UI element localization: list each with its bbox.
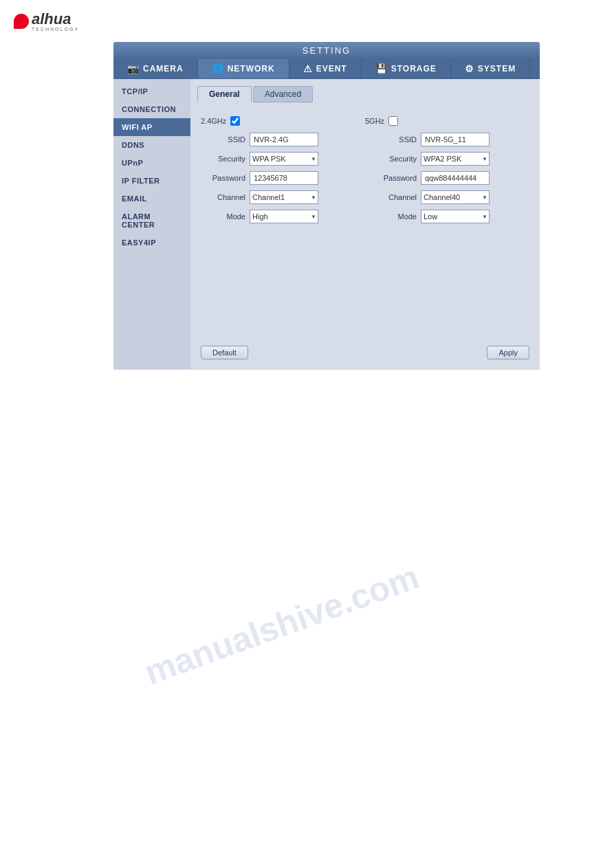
ssid-right-label: SSID <box>372 135 417 144</box>
main-container: SETTING 📷 CAMERA 🌐 NETWORK ⚠ EVENT 💾 STO… <box>113 42 540 370</box>
sidebar-item-ddns[interactable]: DDNS <box>113 136 190 154</box>
nav-event-label: EVENT <box>316 64 347 74</box>
sidebar-item-easy4ip[interactable]: EASY4IP <box>113 234 190 252</box>
band24-checkbox[interactable] <box>230 116 240 126</box>
event-icon: ⚠ <box>303 63 313 74</box>
nav-storage-label: STORAGE <box>391 64 437 74</box>
security-right-label: Security <box>372 155 417 163</box>
security-left-wrapper: WPA PSK WPA2 PSK None <box>250 152 318 166</box>
tab-general[interactable]: General <box>197 86 252 102</box>
band5-checkbox[interactable] <box>388 116 398 126</box>
band24-label: 2.4GHz <box>201 117 226 125</box>
channel-left-select[interactable]: Channel1 Channel2 Channel3 Channel4 Chan… <box>250 190 318 204</box>
sidebar-upnp-label: UPnP <box>122 159 143 167</box>
content-area: TCP/IP CONNECTION WIFI AP DDNS UPnP IP F… <box>113 79 540 370</box>
password-left-label: Password <box>201 174 245 182</box>
channel-right-wrapper: Channel36 Channel40 Channel44 Channel48 <box>421 190 490 204</box>
panel-body: General Advanced 2.4GHz <box>197 86 533 363</box>
mode-right-wrapper: High Medium Low <box>421 210 490 223</box>
top-nav: 📷 CAMERA 🌐 NETWORK ⚠ EVENT 💾 STORAGE ⚙ S… <box>113 59 540 79</box>
sidebar-item-wifiap[interactable]: WIFI AP <box>113 118 190 136</box>
ssid-left-label: SSID <box>201 135 245 144</box>
sidebar-easy4ip-label: EASY4IP <box>122 238 156 247</box>
logo-subtext: TECHNOLOGY <box>32 27 79 32</box>
form-area: 2.4GHz 5GHz SSID <box>197 109 533 236</box>
mode-right-select[interactable]: High Medium Low <box>421 210 490 223</box>
system-icon: ⚙ <box>465 63 474 74</box>
logo-area: alhua TECHNOLOGY <box>0 0 614 42</box>
nav-network[interactable]: 🌐 NETWORK <box>198 59 289 78</box>
watermark: manualshive.com <box>140 557 424 693</box>
sidebar-item-connection[interactable]: CONNECTION <box>113 100 190 118</box>
nav-network-label: NETWORK <box>228 64 275 74</box>
mode-left-wrapper: High Medium Low <box>250 210 318 223</box>
password-row: Password Password <box>201 171 529 185</box>
sidebar-item-email[interactable]: EMAIL <box>113 190 190 208</box>
channel-right-select[interactable]: Channel36 Channel40 Channel44 Channel48 <box>421 190 490 204</box>
nav-camera[interactable]: 📷 CAMERA <box>113 59 198 78</box>
channel-left-label: Channel <box>201 193 245 201</box>
tabs: General Advanced <box>197 86 533 102</box>
sidebar-ddns-label: DDNS <box>122 141 144 149</box>
camera-icon: 📷 <box>127 63 140 74</box>
sidebar-ipfilter-label: IP FILTER <box>122 177 160 185</box>
tab-advanced[interactable]: Advanced <box>253 86 313 102</box>
security-row: Security WPA PSK WPA2 PSK None Security <box>201 152 529 166</box>
sidebar-wifiap-label: WIFI AP <box>122 123 153 131</box>
security-left-select[interactable]: WPA PSK WPA2 PSK None <box>250 152 318 166</box>
watermark-container: manualshive.com <box>0 370 614 713</box>
channel-row: Channel Channel1 Channel2 Channel3 Chann… <box>201 190 529 204</box>
password-right-label: Password <box>372 174 417 182</box>
apply-button[interactable]: Apply <box>487 346 529 359</box>
channel-left-wrapper: Channel1 Channel2 Channel3 Channel4 Chan… <box>250 190 318 204</box>
default-button[interactable]: Default <box>201 346 248 359</box>
channel-right-label: Channel <box>372 193 417 201</box>
sidebar-item-alarmcenter[interactable]: ALARM CENTER <box>113 208 190 234</box>
sidebar-item-tcpip[interactable]: TCP/IP <box>113 82 190 100</box>
sidebar-tcpip-label: TCP/IP <box>122 87 148 96</box>
nav-storage[interactable]: 💾 STORAGE <box>362 59 451 78</box>
right-panel: General Advanced 2.4GHz <box>190 79 540 370</box>
spacer <box>197 236 533 339</box>
network-icon: 🌐 <box>212 63 224 74</box>
band-row: 2.4GHz 5GHz <box>201 116 529 126</box>
sidebar-item-upnp[interactable]: UPnP <box>113 154 190 172</box>
mode-left-label: Mode <box>201 212 245 221</box>
band5-label: 5GHz <box>365 117 384 125</box>
sidebar-connection-label: CONNECTION <box>122 105 176 113</box>
password-right-input[interactable] <box>421 171 490 185</box>
security-left-label: Security <box>201 155 245 163</box>
mode-row: Mode High Medium Low Mode <box>201 210 529 223</box>
sidebar-item-ipfilter[interactable]: IP FILTER <box>113 172 190 190</box>
password-left-input[interactable] <box>250 171 318 185</box>
security-right-wrapper: WPA PSK WPA2 PSK None <box>421 152 490 166</box>
sidebar: TCP/IP CONNECTION WIFI AP DDNS UPnP IP F… <box>113 79 190 370</box>
logo: alhua TECHNOLOGY <box>14 10 83 32</box>
security-right-select[interactable]: WPA PSK WPA2 PSK None <box>421 152 490 166</box>
nav-system-label: SYSTEM <box>478 64 516 74</box>
ssid-row: SSID SSID <box>201 133 529 146</box>
logo-icon <box>14 14 29 29</box>
logo-text: alhua <box>32 10 79 28</box>
ssid-left-input[interactable] <box>250 133 318 146</box>
ssid-right-input[interactable] <box>421 133 490 146</box>
storage-icon: 💾 <box>375 63 388 74</box>
sidebar-alarmcenter-label: ALARM CENTER <box>122 212 155 229</box>
setting-header: SETTING <box>113 42 540 59</box>
nav-camera-label: CAMERA <box>143 64 184 74</box>
mode-left-select[interactable]: High Medium Low <box>250 210 318 223</box>
nav-event[interactable]: ⚠ EVENT <box>289 59 362 78</box>
nav-system[interactable]: ⚙ SYSTEM <box>451 59 530 78</box>
mode-right-label: Mode <box>372 212 417 221</box>
sidebar-email-label: EMAIL <box>122 194 147 203</box>
bottom-buttons: Default Apply <box>197 339 533 363</box>
